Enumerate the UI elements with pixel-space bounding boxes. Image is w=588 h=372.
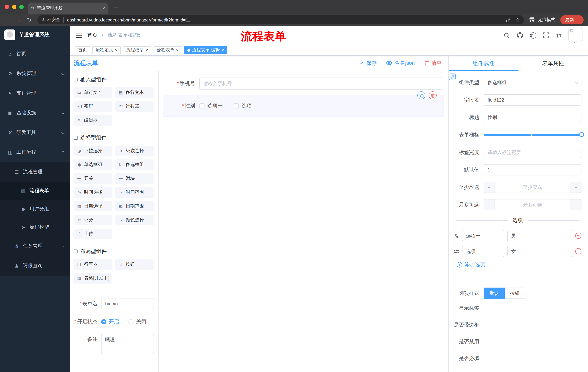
browser-tab[interactable]: ✿ 芋道管理系统 × — [28, 2, 108, 14]
palette-item-table[interactable]: ▦表格[开发中] — [74, 273, 112, 284]
label-width-input[interactable] — [483, 147, 581, 158]
palette-item-date-picker[interactable]: ▦日期选择 — [74, 201, 112, 212]
palette-item-slider[interactable]: ⊷滑块 — [115, 173, 154, 184]
canvas-field-phone[interactable]: *手机号 — [163, 77, 443, 90]
checkbox-icon[interactable] — [200, 103, 204, 108]
remove-option-icon[interactable]: − — [575, 233, 581, 239]
default-value-input[interactable] — [483, 164, 581, 175]
status-radio-on[interactable]: 开启 — [101, 316, 119, 327]
user-menu[interactable] — [568, 28, 582, 43]
kebab-menu-icon[interactable]: ⋮ — [577, 17, 581, 22]
update-button[interactable]: 更新 ⋮ — [560, 15, 584, 24]
app-logo[interactable]: 芋道管理系统 — [0, 26, 70, 44]
address-bar[interactable]: ⚠ 不安全 dashboard.yudao.iocoder.cn/bpm/man… — [37, 15, 524, 24]
decrease-button[interactable]: − — [484, 182, 494, 192]
tab-component-props[interactable]: 组件属性 — [449, 56, 518, 71]
sidebar-item-dev-tools[interactable]: ⚒ 研发工具 — [0, 123, 70, 142]
palette-item-counter[interactable]: 123计数器 — [115, 101, 154, 112]
tag-close-icon[interactable]: × — [176, 48, 179, 52]
add-option-button[interactable]: + 添加选项 — [457, 261, 581, 268]
palette-item-select[interactable]: ◎下拉选择 — [74, 146, 112, 156]
search-icon[interactable] — [504, 32, 510, 38]
drag-handle-icon[interactable] — [454, 249, 459, 254]
palette-item-date-range[interactable]: ▩日期范围 — [115, 201, 154, 212]
canvas-field-gender[interactable]: *性别 选项一 选项二 — [163, 95, 443, 117]
palette-item-cascader[interactable]: ⋔级联选择 — [115, 146, 154, 156]
window-minimize-button[interactable] — [12, 5, 16, 9]
field-name-input[interactable] — [483, 94, 581, 106]
form-grid-slider[interactable] — [483, 129, 581, 140]
style-default-button[interactable]: 默认 — [483, 287, 505, 299]
tag-close-icon[interactable]: × — [221, 48, 224, 52]
tag-process-form[interactable]: 流程表单 × — [154, 46, 182, 54]
palette-item-checkbox-group[interactable]: ☑多选框组 — [115, 159, 154, 170]
sidebar-item-task-management[interactable]: ⋔ 任务管理 — [0, 236, 70, 256]
view-json-button[interactable]: 查看json — [386, 60, 415, 67]
increase-button[interactable]: + — [570, 182, 581, 192]
tag-close-icon[interactable]: × — [146, 48, 148, 52]
window-zoom-button[interactable] — [19, 5, 24, 9]
remove-option-icon[interactable]: − — [575, 248, 581, 255]
security-label[interactable]: 不安全 — [47, 17, 64, 23]
tag-close-icon[interactable]: × — [115, 48, 117, 52]
tab-form-props[interactable]: 表单属性 — [518, 56, 588, 71]
hamburger-icon[interactable] — [76, 33, 82, 38]
max-select-input[interactable] — [494, 200, 570, 210]
tag-process-model[interactable]: 流程模型 × — [123, 46, 151, 54]
palette-item-color-picker[interactable]: ◑颜色选择 — [115, 215, 154, 225]
clear-button[interactable]: 清空 — [424, 60, 442, 67]
avatar[interactable] — [568, 28, 582, 41]
palette-item-button[interactable]: ☝按钮 — [115, 259, 154, 270]
option-label-input[interactable] — [462, 230, 504, 241]
sidebar-item-home[interactable]: ⌂ 首页 — [0, 44, 70, 64]
copy-field-button[interactable] — [417, 91, 425, 99]
window-close-button[interactable] — [5, 5, 9, 9]
palette-item-radio-group[interactable]: ◉单选框组 — [74, 159, 112, 170]
save-button[interactable]: ✓ 保存 — [359, 60, 377, 67]
palette-item-multi-text[interactable]: ▤多行文本 — [115, 87, 154, 98]
sidebar-item-user-group[interactable]: ☻ 用户分组 — [0, 200, 70, 218]
status-radio-off[interactable]: 关闭 — [128, 316, 146, 327]
slider-knob[interactable] — [579, 132, 584, 137]
gender-option-2[interactable]: 选项二 — [234, 103, 257, 109]
palette-item-time-range[interactable]: ◔时间范围 — [115, 187, 154, 198]
reload-button[interactable]: ↻ — [27, 17, 32, 23]
component-type-select[interactable]: 多选框组 — [483, 77, 581, 88]
palette-item-switch[interactable]: ⊶开关 — [74, 173, 112, 184]
option-value-input[interactable] — [507, 246, 572, 257]
fullscreen-icon[interactable] — [543, 32, 549, 38]
sidebar-item-leave-query[interactable]: ♟ 请假查询 — [0, 256, 70, 276]
sidebar-item-workflow[interactable]: ▥ 工作流程 — [0, 142, 70, 162]
checkbox-icon[interactable] — [234, 103, 239, 108]
link-icon[interactable] — [449, 74, 456, 80]
tag-home[interactable]: 首页 — [75, 46, 90, 54]
phone-input[interactable] — [200, 77, 443, 90]
key-icon[interactable] — [506, 17, 511, 22]
palette-item-rate[interactable]: ☆评分 — [74, 215, 112, 225]
tag-process-form-edit[interactable]: 流程表单-编辑 × — [184, 46, 227, 54]
drag-handle-icon[interactable] — [454, 234, 459, 238]
tag-process-definition[interactable]: 流程定义 × — [92, 46, 121, 54]
new-tab-button[interactable]: + — [114, 4, 118, 12]
bookmark-star-icon[interactable]: ☆ — [515, 17, 520, 22]
option-value-input[interactable] — [507, 230, 572, 241]
sidebar-item-process-model[interactable]: ➤ 流程模型 — [0, 218, 70, 236]
github-icon[interactable] — [516, 32, 523, 39]
gender-option-1[interactable]: 选项一 — [200, 103, 223, 109]
form-remark-textarea[interactable]: 嘿嘿 — [101, 334, 154, 354]
palette-item-time-picker[interactable]: ◷时间选择 — [74, 187, 112, 198]
tab-close-icon[interactable]: × — [102, 5, 105, 11]
back-button[interactable]: ← — [4, 17, 10, 23]
font-size-icon[interactable]: TT — [556, 32, 561, 38]
form-canvas[interactable]: *手机号 *性别 选项一 选项二 — [159, 71, 448, 372]
sidebar-item-process-form[interactable]: ▤ 流程表单 — [0, 182, 70, 200]
palette-item-editor[interactable]: ✎编辑器 — [74, 115, 112, 126]
min-select-input[interactable] — [494, 182, 570, 192]
title-input[interactable] — [483, 112, 581, 123]
decrease-button[interactable]: − — [484, 200, 494, 210]
style-button-button[interactable]: 按钮 — [505, 287, 525, 299]
palette-item-upload[interactable]: ↥上传 — [74, 229, 112, 239]
sidebar-item-system-management[interactable]: ⚙ 系统管理 — [0, 64, 70, 83]
help-icon[interactable]: ? — [530, 32, 536, 38]
increase-button[interactable]: + — [570, 200, 581, 210]
